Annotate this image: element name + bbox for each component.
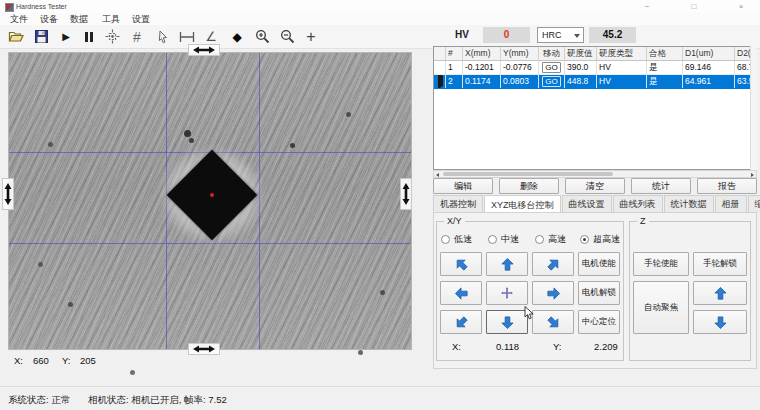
table-vertical-scrollbar[interactable]	[750, 46, 757, 170]
col-move: 移动	[539, 47, 565, 60]
menu-device[interactable]: 设备	[34, 13, 64, 25]
right-drag-handle-icon[interactable]	[400, 178, 412, 210]
move-right-button[interactable]	[532, 281, 574, 305]
radio-selected-icon	[580, 235, 589, 244]
tab-curve-settings[interactable]: 曲线设置	[562, 195, 612, 213]
col-d1: D1(um)	[683, 47, 735, 60]
hardness-tester-window: Hardness Tester − □ × 文件 设备 数据 工具 设置 ▶ #…	[0, 0, 760, 410]
xy-group-title: X/Y	[444, 216, 465, 226]
zoom-in-icon[interactable]	[251, 28, 273, 45]
table-row[interactable]: 1 -0.1201 -0.0776 GO 390.0 HV 是 69.146 6…	[434, 61, 756, 75]
edit-button[interactable]: 编辑	[433, 178, 493, 194]
crosshair-plus-icon[interactable]: +	[300, 28, 322, 45]
center-cross-button[interactable]	[486, 281, 528, 305]
handwheel-unlock-button[interactable]: 手轮解锁	[693, 252, 747, 276]
app-icon	[5, 3, 14, 12]
save-icon[interactable]	[30, 28, 52, 45]
indent-diamond-icon[interactable]: ◆	[226, 28, 248, 45]
open-folder-icon[interactable]	[5, 28, 27, 45]
bottom-drag-handle-icon[interactable]	[188, 343, 220, 355]
move-left-button[interactable]	[440, 281, 482, 305]
grid-icon[interactable]: #	[126, 28, 148, 45]
report-button[interactable]: 报告	[697, 178, 757, 194]
col-type: 硬度类型	[597, 47, 647, 60]
table-row-selected[interactable]: 2 0.1174 0.0803 GO 448.8 HV 是 64.961 63.…	[434, 75, 756, 89]
camera-y-label: Y:	[62, 355, 70, 366]
col-value: 硬度值	[565, 47, 597, 60]
tab-thumbnails[interactable]: 缩略图	[748, 195, 760, 213]
radio-speed-high[interactable]: 高速	[535, 233, 566, 246]
table-horizontal-scrollbar[interactable]	[433, 170, 757, 178]
zoom-out-icon[interactable]	[276, 28, 298, 45]
minimize-button[interactable]: −	[638, 1, 656, 12]
center-locate-button[interactable]: 中心定位	[578, 310, 620, 334]
motor-enable-button[interactable]: 电机使能	[578, 252, 620, 276]
motor-unlock-button[interactable]: 电机解锁	[578, 281, 620, 305]
z-up-button[interactable]	[693, 281, 747, 305]
maximize-button[interactable]: □	[685, 1, 703, 12]
stage-x-value: 0.118	[496, 341, 519, 352]
table-header-row: # X(mm) Y(mm) 移动 硬度值 硬度类型 合格 D1(um) D2(	[434, 47, 756, 61]
col-selector	[434, 47, 446, 60]
move-up-left-button[interactable]	[440, 252, 482, 276]
cursor-icon[interactable]	[151, 28, 173, 45]
scrollbar-thumb[interactable]	[443, 172, 613, 176]
close-button[interactable]: ×	[732, 1, 750, 12]
hv-value-display: 0	[483, 27, 530, 43]
go-button[interactable]: GO	[542, 76, 560, 87]
autofocus-button[interactable]: 自动聚焦	[633, 281, 689, 334]
current-row-marker-icon	[438, 75, 443, 88]
camera-view[interactable]	[8, 52, 412, 350]
move-down-button[interactable]	[486, 310, 528, 334]
tab-curve-list[interactable]: 曲线列表	[613, 195, 663, 213]
scroll-right-icon[interactable]	[751, 173, 754, 177]
angle-icon[interactable]: ∠	[200, 28, 222, 45]
radio-speed-low[interactable]: 低速	[441, 233, 472, 246]
move-down-left-button[interactable]	[440, 310, 482, 334]
move-up-right-button[interactable]	[532, 252, 574, 276]
go-button[interactable]: GO	[542, 62, 560, 73]
tab-statistics[interactable]: 统计数据	[664, 195, 714, 213]
menu-file[interactable]: 文件	[4, 13, 34, 25]
z-group-title: Z	[637, 216, 649, 226]
scroll-left-icon[interactable]	[436, 173, 439, 177]
pause-icon[interactable]	[78, 28, 100, 45]
surface-specks	[9, 53, 12, 56]
z-down-button[interactable]	[693, 310, 747, 334]
delete-button[interactable]: 删除	[499, 178, 559, 194]
left-drag-handle-icon[interactable]	[2, 178, 14, 210]
camera-x-value: 660	[33, 355, 49, 366]
handwheel-enable-button[interactable]: 手轮使能	[633, 252, 689, 276]
menu-tools[interactable]: 工具	[96, 13, 126, 25]
target-crosshair-icon[interactable]	[101, 28, 123, 45]
menu-data[interactable]: 数据	[64, 13, 94, 25]
stage-x-label: X:	[452, 341, 461, 352]
scale-select[interactable]: HRC	[537, 27, 584, 43]
radio-speed-ultra[interactable]: 超高速	[580, 233, 620, 246]
results-table[interactable]: # X(mm) Y(mm) 移动 硬度值 硬度类型 合格 D1(um) D2( …	[433, 46, 757, 170]
tab-machine-control[interactable]: 机器控制	[433, 195, 483, 213]
camera-status: 相机状态: 相机已开启, 帧率: 7.52	[88, 394, 227, 407]
scale-selected-value: HRC	[542, 30, 562, 40]
move-down-right-button[interactable]	[532, 310, 574, 334]
hv-label: HV	[455, 29, 469, 40]
play-icon[interactable]: ▶	[55, 28, 77, 45]
stage-y-label: Y:	[553, 341, 561, 352]
tab-album[interactable]: 相册	[715, 195, 747, 213]
width-measure-icon[interactable]	[176, 28, 198, 45]
control-tabs: 机器控制 XYZ电移台控制 曲线设置 曲线列表 统计数据 相册 缩略图	[433, 197, 760, 213]
radio-icon	[488, 235, 497, 244]
clear-button[interactable]: 清空	[565, 178, 625, 194]
menu-settings[interactable]: 设置	[126, 13, 156, 25]
radio-icon	[441, 235, 450, 244]
radio-icon	[535, 235, 544, 244]
center-red-dot	[210, 193, 214, 197]
radio-speed-medium[interactable]: 中速	[488, 233, 519, 246]
top-drag-handle-icon[interactable]	[188, 44, 220, 56]
camera-y-value: 205	[80, 355, 96, 366]
move-up-button[interactable]	[486, 252, 528, 276]
col-pass: 合格	[647, 47, 683, 60]
stage-y-value: 2.209	[594, 341, 618, 352]
col-y: Y(mm)	[501, 47, 539, 60]
stats-button[interactable]: 统计	[631, 178, 691, 194]
